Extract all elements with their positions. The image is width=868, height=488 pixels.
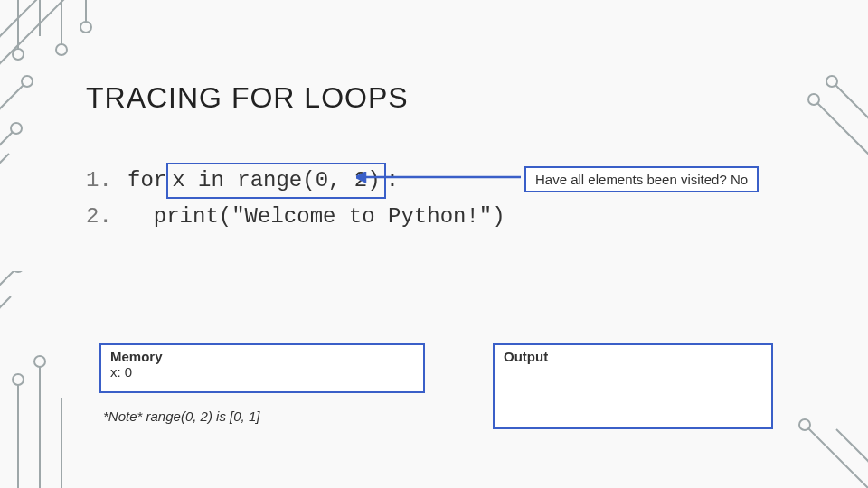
svg-point-3 — [13, 49, 24, 60]
svg-line-1 — [0, 0, 99, 81]
circuit-decoration-bottom-right — [787, 416, 868, 488]
svg-line-25 — [832, 81, 868, 127]
circuit-decoration-right — [787, 72, 868, 181]
output-box: Output — [493, 343, 773, 429]
line-number-1: 1. — [86, 164, 127, 197]
svg-point-12 — [11, 123, 22, 134]
svg-line-13 — [0, 154, 9, 190]
slide-title: TRACING FOR LOOPS — [86, 81, 409, 115]
svg-line-29 — [836, 429, 868, 470]
svg-point-8 — [80, 22, 91, 33]
svg-point-26 — [826, 76, 837, 87]
svg-line-11 — [0, 128, 16, 172]
svg-point-6 — [56, 44, 67, 55]
arrow-to-question — [356, 172, 528, 190]
svg-line-27 — [805, 425, 868, 488]
memory-box: Memory x: 0 — [99, 343, 425, 393]
memory-content: x: 0 — [110, 364, 414, 380]
svg-point-28 — [799, 419, 810, 430]
note-text: *Note* range(0, 2) is [0, 1] — [103, 408, 259, 424]
code-highlighted-iterator: x in range(0, 2) — [166, 163, 385, 199]
circuit-decoration-bottom-left — [0, 271, 108, 488]
svg-line-22 — [0, 296, 11, 325]
svg-point-17 — [34, 356, 45, 367]
line-number-2: 2. — [86, 201, 127, 233]
memory-header: Memory — [110, 349, 414, 364]
code-keyword-for: for — [127, 164, 166, 197]
output-header: Output — [504, 349, 762, 364]
question-box: Have all elements been visited? No — [524, 166, 759, 192]
code-line-2: 2. print("Welcome to Python!") — [86, 201, 505, 233]
question-text: Have all elements been visited? No — [535, 172, 748, 187]
svg-marker-31 — [356, 173, 365, 182]
svg-point-21 — [13, 271, 24, 272]
svg-point-24 — [808, 94, 819, 105]
svg-line-9 — [0, 81, 27, 127]
code-body: print("Welcome to Python!") — [127, 201, 505, 233]
svg-line-19 — [0, 271, 27, 280]
svg-point-15 — [13, 374, 24, 385]
svg-point-10 — [22, 76, 33, 87]
